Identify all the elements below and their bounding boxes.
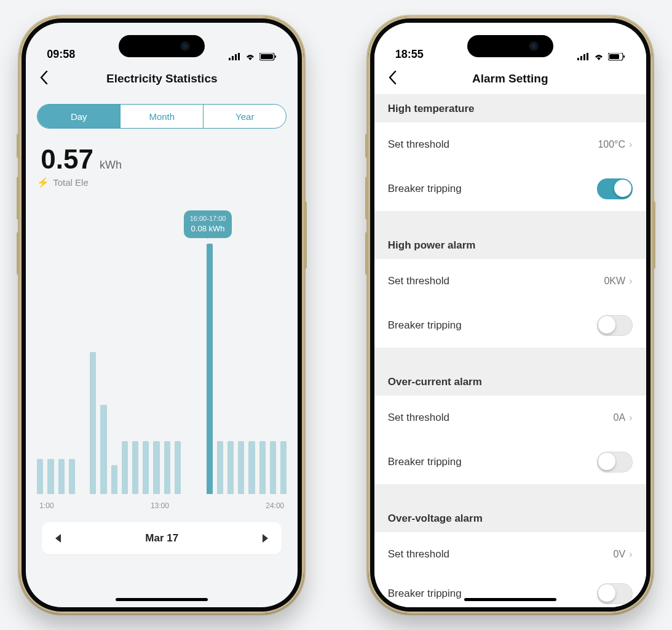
toggle-high-power-tripping[interactable] (597, 315, 633, 336)
row-high-power-threshold[interactable]: Set threshold 0KW› (374, 259, 646, 303)
tooltip-time: 16:00-17:00 (190, 214, 226, 223)
row-over-current-threshold[interactable]: Set threshold 0A› (374, 396, 646, 440)
svg-rect-9 (583, 54, 585, 60)
bar[interactable] (207, 244, 213, 494)
side-button (17, 134, 20, 158)
row-high-power-tripping: Breaker tripping (374, 303, 646, 348)
bar[interactable] (132, 441, 138, 494)
bar[interactable] (280, 441, 287, 494)
nav-header: Electricity Statistics (26, 63, 298, 94)
toggle-over-current-tripping[interactable] (597, 452, 633, 472)
side-button (365, 134, 368, 158)
back-button[interactable] (39, 71, 48, 87)
row-high-temp-tripping: Breaker tripping (374, 167, 646, 211)
bar[interactable] (100, 405, 106, 494)
bar[interactable] (69, 459, 75, 494)
camera-icon (179, 40, 191, 52)
toggle-over-voltage-tripping[interactable] (597, 583, 633, 604)
row-value: 0V (614, 549, 626, 560)
bar[interactable] (175, 441, 181, 494)
bar[interactable] (248, 441, 255, 494)
home-indicator[interactable] (464, 598, 556, 601)
dynamic-island (119, 35, 205, 57)
toggle-high-temp-tripping[interactable] (597, 178, 633, 199)
kwh-bar-chart[interactable]: 16:00-17:00 0.08 kWh 1:00 13:00 24:00 (37, 204, 287, 515)
svg-rect-1 (232, 56, 234, 60)
total-kwh-unit: kWh (100, 159, 122, 172)
chevron-right-icon: › (629, 275, 633, 287)
total-kwh-value: 0.57 (41, 146, 93, 173)
total-ele-label-row: ⚡ Total Ele (37, 177, 287, 188)
segment-month[interactable]: Month (120, 105, 204, 128)
bolt-icon: ⚡ (37, 177, 49, 188)
total-ele-label: Total Ele (53, 177, 89, 188)
bar[interactable] (122, 441, 128, 494)
svg-rect-3 (238, 53, 240, 60)
svg-rect-10 (587, 53, 588, 60)
chevron-right-icon: › (629, 138, 633, 151)
status-time: 18:55 (395, 48, 424, 61)
row-label: Set threshold (388, 548, 449, 560)
section-high-power: High power alarm (374, 231, 646, 259)
cellular-icon (229, 53, 241, 61)
row-value: 0A (614, 412, 626, 423)
status-icons (577, 53, 625, 61)
svg-rect-13 (623, 55, 625, 58)
row-label: Breaker tripping (388, 588, 462, 600)
row-label: Breaker tripping (388, 319, 462, 332)
segment-day[interactable]: Day (38, 105, 120, 128)
battery-icon (608, 53, 625, 61)
segment-year[interactable]: Year (204, 105, 286, 128)
row-over-voltage-tripping: Breaker tripping (374, 576, 646, 607)
bar[interactable] (238, 441, 244, 494)
date-label: Mar 17 (145, 532, 178, 544)
battery-icon (259, 53, 277, 61)
chevron-right-icon: › (629, 412, 633, 424)
svg-rect-5 (261, 54, 273, 59)
svg-rect-7 (577, 58, 579, 60)
nav-header: Alarm Setting (374, 63, 646, 94)
bar[interactable] (153, 441, 159, 494)
row-label: Breaker tripping (388, 456, 462, 468)
volume-up-button (365, 177, 368, 220)
xtick-start: 1:00 (39, 501, 53, 510)
xtick-mid: 13:00 (151, 501, 169, 510)
power-button (652, 201, 655, 269)
period-segmented-control: Day Month Year (37, 104, 287, 129)
home-indicator[interactable] (116, 598, 208, 601)
bar[interactable] (58, 459, 65, 494)
status-time: 09:58 (47, 48, 75, 61)
bar[interactable] (164, 441, 170, 494)
row-label: Breaker tripping (388, 183, 462, 195)
bar[interactable] (37, 459, 43, 494)
chart-bars (37, 229, 287, 494)
section-high-temperature: High temperature (374, 94, 646, 122)
page-title: Alarm Setting (472, 72, 548, 86)
power-button (304, 201, 307, 269)
bar[interactable] (227, 441, 234, 494)
row-label: Set threshold (388, 275, 449, 287)
svg-rect-12 (609, 54, 619, 59)
xtick-end: 24:00 (266, 501, 284, 510)
svg-rect-8 (580, 56, 582, 60)
back-button[interactable] (388, 71, 397, 87)
row-label: Set threshold (388, 412, 449, 424)
bar[interactable] (143, 441, 149, 494)
camera-icon (528, 40, 540, 52)
bar[interactable] (47, 459, 53, 494)
row-over-voltage-threshold[interactable]: Set threshold 0V› (374, 532, 646, 576)
phone-right: 18:55 Alarm Setting High temperature Set… (368, 17, 652, 613)
bar[interactable] (111, 465, 117, 494)
bar[interactable] (259, 441, 266, 494)
date-prev-button[interactable] (55, 534, 61, 543)
bar[interactable] (217, 441, 223, 494)
svg-rect-0 (229, 58, 231, 60)
total-kwh: 0.57 kWh (41, 146, 287, 173)
chevron-left-icon (39, 71, 48, 84)
date-next-button[interactable] (263, 534, 268, 543)
bar[interactable] (90, 352, 96, 494)
bar[interactable] (270, 441, 276, 494)
svg-rect-6 (275, 55, 276, 58)
row-high-temp-threshold[interactable]: Set threshold 100°C› (374, 122, 646, 167)
cellular-icon (577, 53, 590, 61)
